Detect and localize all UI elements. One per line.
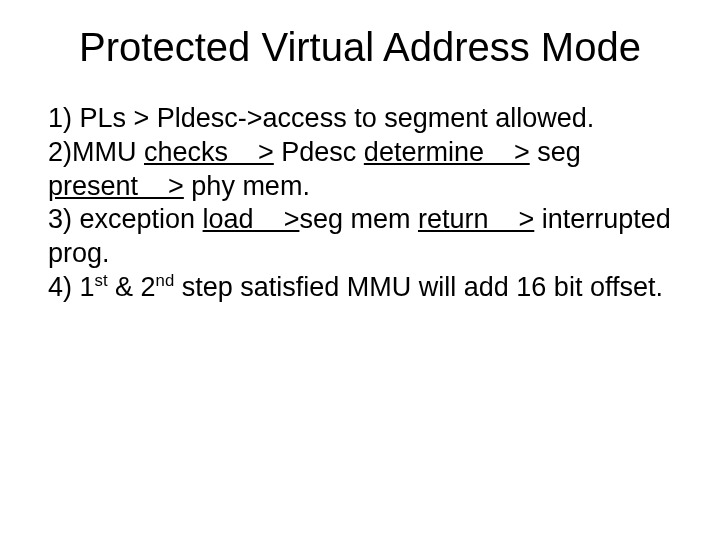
text-run: phy mem. (184, 171, 310, 201)
underline-checks: checks > (144, 137, 274, 167)
underline-return: return > (418, 204, 534, 234)
bullet-3: 3) exception load >seg mem return > inte… (48, 203, 672, 271)
bullet-1: 1) PLs > Pldesc->access to segment allow… (48, 102, 672, 136)
text-run: seg mem (299, 204, 418, 234)
text-run: 2)MMU (48, 137, 144, 167)
text-run: & 2 (108, 272, 156, 302)
text-run: 4) 1 (48, 272, 95, 302)
slide-body: 1) PLs > Pldesc->access to segment allow… (48, 102, 672, 305)
text-run: step satisfied MMU will add 16 bit offse… (174, 272, 663, 302)
ordinal-st: st (95, 271, 108, 290)
underline-present: present > (48, 171, 184, 201)
slide-title: Protected Virtual Address Mode (48, 24, 672, 70)
bullet-2: 2)MMU checks > Pdesc determine > seg pre… (48, 136, 672, 204)
text-run: Pdesc (274, 137, 364, 167)
ordinal-nd: nd (156, 271, 175, 290)
underline-determine: determine > (364, 137, 530, 167)
text-run: seg (530, 137, 581, 167)
slide: Protected Virtual Address Mode 1) PLs > … (0, 0, 720, 540)
underline-load: load > (203, 204, 300, 234)
bullet-4: 4) 1st & 2nd step satisfied MMU will add… (48, 271, 672, 305)
text-run: 3) exception (48, 204, 203, 234)
